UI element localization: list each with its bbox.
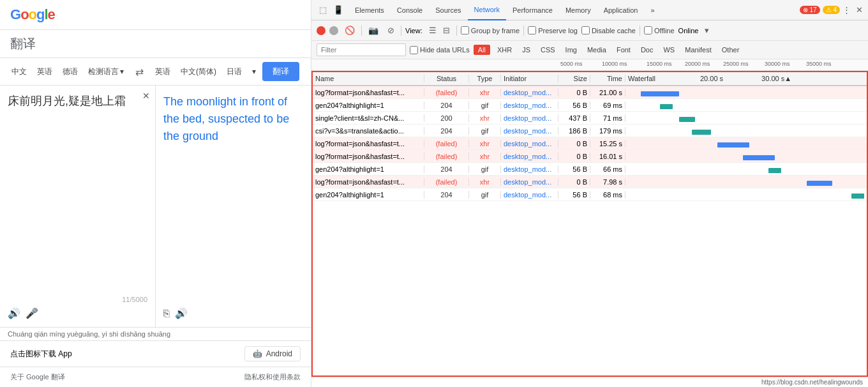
lang-detect-btn[interactable]: 检测语言 ▾ xyxy=(84,64,128,80)
lang-btn-zh[interactable]: 中文 xyxy=(8,64,31,80)
inspect-icon[interactable]: ⬚ xyxy=(317,3,329,17)
page-title: 翻译 xyxy=(0,30,311,58)
hide-data-urls-checkbox[interactable] xyxy=(410,46,418,54)
stop-button[interactable] xyxy=(329,26,338,35)
source-text: 床前明月光,疑是地上霜 xyxy=(8,93,147,293)
devtools-icons: ⬚ 📱 xyxy=(314,3,348,17)
clear-source-button[interactable]: ✕ xyxy=(142,91,150,101)
timeline-marks: 5000 ms 10000 ms 15000 ms 20000 ms 25000… xyxy=(560,59,868,71)
listen-translation-button[interactable]: 🔊 xyxy=(175,307,188,319)
throttle-dropdown[interactable]: ▾ xyxy=(702,23,712,38)
preserve-log-checkbox[interactable] xyxy=(528,26,536,34)
list-view-button[interactable]: ☰ xyxy=(426,23,439,38)
settings-icon[interactable]: ⋮ xyxy=(840,3,853,17)
table-row[interactable]: gen204?althighlight=1 204 gif desktop_mo… xyxy=(313,99,867,112)
timeline-mark-30000: 30000 ms xyxy=(765,61,790,67)
filter-row: Hide data URLs All XHR JS CSS Img Media … xyxy=(311,41,868,59)
translate-panel: Google 翻译 中文 英语 德语 检测语言 ▾ ⇄ 英语 中文(简体) 日语… xyxy=(0,0,311,387)
filter-css-button[interactable]: CSS xyxy=(537,45,558,54)
table-row[interactable]: gen204?althighlight=1 204 gif desktop_mo… xyxy=(313,163,867,176)
error-badge: ⊗ 17 xyxy=(800,6,820,14)
listen-source-button[interactable]: 🔊 xyxy=(8,307,20,319)
table-row[interactable]: gen204?althighlight=1 204 gif desktop_mo… xyxy=(313,188,867,201)
network-table-box: Name Status Type Initiator Size Time Wat… xyxy=(311,71,868,377)
header-status[interactable]: Status xyxy=(424,75,469,82)
lang-btn-de[interactable]: 德语 xyxy=(59,64,82,80)
filter-media-button[interactable]: Media xyxy=(584,45,610,54)
mic-button[interactable]: 🎤 xyxy=(26,307,38,319)
copy-translation-button[interactable]: ⎘ xyxy=(163,307,170,319)
capture-screenshots-button[interactable]: 📷 xyxy=(366,23,381,38)
group-by-frame-label[interactable]: Group by frame xyxy=(461,26,520,34)
lang-btn-target-zh[interactable]: 中文(简体) xyxy=(177,64,220,80)
lang-btn-target-en[interactable]: 英语 xyxy=(151,64,174,80)
filter-js-button[interactable]: JS xyxy=(519,45,534,54)
lang-target-dropdown[interactable]: ▾ xyxy=(248,64,260,79)
error-icon: ⊗ xyxy=(803,6,808,13)
offline-label[interactable]: Offline xyxy=(644,26,675,34)
translate-header: Google xyxy=(0,0,311,30)
header-name[interactable]: Name xyxy=(313,75,424,82)
close-devtools-button[interactable]: ✕ xyxy=(853,3,865,17)
table-row[interactable]: single?client=t&sl=zh-CN&... 200 xhr des… xyxy=(313,112,867,125)
translation-area: 床前明月光,疑是地上霜 ✕ 11/5000 🔊 🎤 The moonlight … xyxy=(0,86,311,327)
header-size[interactable]: Size xyxy=(558,75,590,82)
tab-application[interactable]: Application xyxy=(597,0,645,20)
tab-sources[interactable]: Sources xyxy=(429,0,467,20)
clear-button[interactable]: 🚫 xyxy=(342,23,357,38)
table-row[interactable]: log?format=json&hasfast=t... (failed) xh… xyxy=(313,150,867,163)
filter-xhr-button[interactable]: XHR xyxy=(494,45,515,54)
timeline-mark-20000: 20000 ms xyxy=(685,61,710,67)
header-initiator[interactable]: Initiator xyxy=(501,75,558,82)
tab-network[interactable]: Network xyxy=(468,0,506,20)
header-waterfall[interactable]: Waterfall 20.00 s 30.00 s▲ xyxy=(625,75,867,82)
filter-ws-button[interactable]: WS xyxy=(660,45,678,54)
lang-bar: 中文 英语 德语 检测语言 ▾ ⇄ 英语 中文(简体) 日语 ▾ 翻译 xyxy=(0,58,311,86)
tab-console[interactable]: Console xyxy=(391,0,429,20)
tab-more[interactable]: » xyxy=(644,0,661,20)
table-row[interactable]: log?format=json&hasfast=t... (failed) xh… xyxy=(313,137,867,150)
lang-btn-en[interactable]: 英语 xyxy=(33,64,56,80)
header-time[interactable]: Time xyxy=(590,75,625,82)
tab-elements[interactable]: Elements xyxy=(348,0,391,20)
filter-font-button[interactable]: Font xyxy=(613,45,634,54)
target-actions: ⎘ 🔊 xyxy=(163,307,303,319)
table-row[interactable]: log?format=json&hasfast=t... (failed) xh… xyxy=(313,176,867,188)
group-by-frame-checkbox[interactable] xyxy=(461,26,469,34)
filter-all-button[interactable]: All xyxy=(474,45,490,55)
record-button[interactable] xyxy=(317,26,326,35)
privacy-link[interactable]: 隐私权和使用条款 xyxy=(244,372,301,382)
view-icons: ☰ ⊟ xyxy=(426,23,453,38)
about-link[interactable]: 关于 Google 翻译 xyxy=(10,372,65,382)
devtools-panel: ⬚ 📱 Elements Console Sources Network Per… xyxy=(311,0,868,387)
header-type[interactable]: Type xyxy=(469,75,501,82)
translate-button[interactable]: 翻译 xyxy=(262,62,299,81)
grid-view-button[interactable]: ⊟ xyxy=(440,23,453,38)
filter-doc-button[interactable]: Doc xyxy=(638,45,657,54)
disable-cache-checkbox[interactable] xyxy=(581,26,590,34)
view-label: View: xyxy=(405,27,423,34)
source-actions: 🔊 🎤 xyxy=(8,307,147,319)
table-row[interactable]: csi?v=3&s=translate&actio... 204 gif des… xyxy=(313,125,867,137)
preserve-log-label[interactable]: Preserve log xyxy=(528,26,578,34)
translated-text: The moonlight in front of the bed, suspe… xyxy=(163,93,303,303)
filter-other-button[interactable]: Other xyxy=(719,45,743,54)
filter-icon[interactable]: ⊘ xyxy=(385,23,397,38)
filter-manifest-button[interactable]: Manifest xyxy=(682,45,715,54)
tab-performance[interactable]: Performance xyxy=(506,0,559,20)
table-row[interactable]: log?format=json&hasfast=t... (failed) xh… xyxy=(313,86,867,99)
tab-memory[interactable]: Memory xyxy=(559,0,597,20)
android-download-button[interactable]: 🤖 Android xyxy=(244,346,301,361)
devtools-tabbar: ⬚ 📱 Elements Console Sources Network Per… xyxy=(311,0,868,20)
filter-input[interactable] xyxy=(317,43,406,56)
offline-checkbox[interactable] xyxy=(644,26,652,34)
download-label: 点击图标下载 App xyxy=(10,349,72,360)
disable-cache-label[interactable]: Disable cache xyxy=(581,26,636,34)
timeline-mark-15000: 15000 ms xyxy=(647,61,672,67)
lang-btn-target-ja[interactable]: 日语 xyxy=(223,64,246,80)
hide-data-urls-label[interactable]: Hide data URLs xyxy=(410,46,470,54)
filter-img-button[interactable]: Img xyxy=(562,45,580,54)
swap-languages-button[interactable]: ⇄ xyxy=(130,63,149,80)
device-icon[interactable]: 📱 xyxy=(331,3,346,17)
timeline-mark-5000: 5000 ms xyxy=(560,61,583,67)
